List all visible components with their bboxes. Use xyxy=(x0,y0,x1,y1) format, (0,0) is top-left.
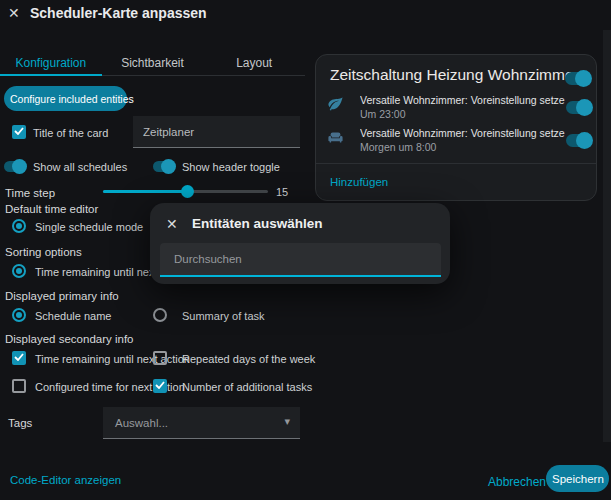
title-checkbox[interactable] xyxy=(12,125,26,139)
sofa-icon xyxy=(327,129,344,150)
entity-search-input[interactable] xyxy=(160,243,441,275)
schedule-name-radio[interactable] xyxy=(12,308,26,322)
summary-of-task-radio[interactable] xyxy=(153,308,167,322)
tab-bar: Konfiguration Sichtbarkeit Layout xyxy=(0,48,305,76)
time-step-slider-fill xyxy=(103,190,188,193)
secondary-info-heading: Displayed secondary info xyxy=(5,333,134,345)
popup-title: Entitäten auswählen xyxy=(192,216,323,231)
sorting-options-heading: Sorting options xyxy=(5,246,82,258)
time-step-label: Time step xyxy=(5,187,55,199)
configured-time-checkbox[interactable] xyxy=(12,379,26,393)
schedule-row-time: Morgen um 8:00 xyxy=(360,141,436,153)
tags-label: Tags xyxy=(8,417,32,429)
schedule-row-name: Versatile Wohnzimmer: Voreinstellung set… xyxy=(360,94,565,106)
primary-info-heading: Displayed primary info xyxy=(5,290,119,302)
show-header-toggle[interactable] xyxy=(153,161,174,172)
additional-tasks-label: Number of additional tasks xyxy=(182,381,312,393)
save-button[interactable]: Speichern xyxy=(546,465,609,492)
tab-sichtbarkeit[interactable]: Sichtbarkeit xyxy=(102,48,204,75)
check-icon xyxy=(14,127,24,135)
check-icon xyxy=(155,381,165,389)
schedule-row-toggle[interactable] xyxy=(566,134,591,147)
time-remaining-checkbox[interactable] xyxy=(12,351,26,365)
background-edge xyxy=(603,30,611,442)
summary-of-task-label: Summary of task xyxy=(182,310,265,322)
entity-search-field[interactable] xyxy=(160,243,441,277)
sorting-time-remaining-radio[interactable] xyxy=(12,264,26,278)
tags-dropdown[interactable]: Auswahl... ▾ xyxy=(103,407,300,439)
card-title-input[interactable] xyxy=(133,116,300,148)
card-title-input-field[interactable] xyxy=(133,116,300,147)
additional-tasks-checkbox[interactable] xyxy=(153,379,167,393)
show-header-toggle-label: Show header toggle xyxy=(182,161,280,173)
preview-card: Zeitschaltung Heizung Wohnzimmer Versati… xyxy=(315,54,597,201)
tags-dropdown-value: Auswahl... xyxy=(115,417,168,429)
single-schedule-mode-radio[interactable] xyxy=(12,219,26,233)
card-master-toggle[interactable] xyxy=(565,72,590,85)
configure-entities-button[interactable]: Configure included entities xyxy=(4,86,127,111)
schedule-row-time: Um 23:00 xyxy=(360,108,406,120)
single-schedule-mode-label: Single schedule mode xyxy=(35,221,143,233)
show-all-schedules-toggle[interactable] xyxy=(4,161,25,172)
time-step-slider-thumb[interactable] xyxy=(181,185,194,198)
repeated-days-label: Repeated days of the week xyxy=(182,353,315,365)
check-icon xyxy=(14,353,24,361)
card-divider xyxy=(316,163,596,164)
schedule-row-toggle[interactable] xyxy=(566,101,591,114)
default-time-editor-heading: Default time editor xyxy=(5,203,98,215)
popup-close-icon[interactable]: ✕ xyxy=(166,217,178,231)
repeated-days-checkbox[interactable] xyxy=(153,351,167,365)
chevron-down-icon[interactable]: ▾ xyxy=(284,415,290,428)
title-checkbox-label: Title of the card xyxy=(33,127,108,139)
cancel-button[interactable]: Abbrechen xyxy=(488,475,546,489)
close-icon[interactable]: ✕ xyxy=(8,6,20,20)
schedule-name-label: Schedule name xyxy=(35,310,111,322)
schedule-row-name: Versatile Wohnzimmer: Voreinstellung set… xyxy=(360,127,565,139)
tab-layout[interactable]: Layout xyxy=(203,48,305,75)
dialog-title: Scheduler-Karte anpassen xyxy=(30,5,207,21)
code-editor-link[interactable]: Code-Editor anzeigen xyxy=(10,474,121,486)
scheduler-card-editor-dialog: ✕ Scheduler-Karte anpassen Konfiguration… xyxy=(0,0,611,500)
tab-konfiguration[interactable]: Konfiguration xyxy=(0,48,102,75)
show-all-schedules-label: Show all schedules xyxy=(33,161,127,173)
preview-card-title: Zeitschaltung Heizung Wohnzimmer xyxy=(330,66,579,84)
leaf-icon xyxy=(327,95,344,116)
add-schedule-link[interactable]: Hinzufügen xyxy=(330,176,388,188)
time-step-value: 15 xyxy=(276,186,288,198)
entity-picker-popup: ✕ Entitäten auswählen xyxy=(150,203,450,284)
